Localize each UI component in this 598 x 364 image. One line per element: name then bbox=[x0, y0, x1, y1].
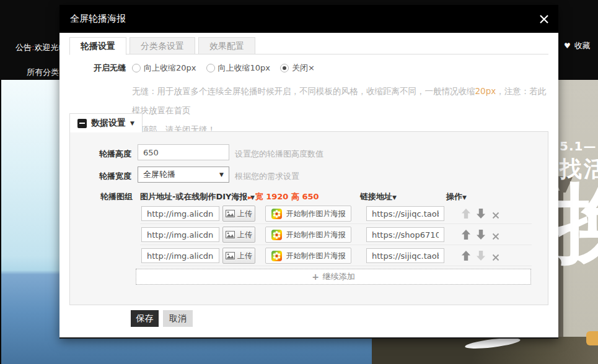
row-separator bbox=[140, 266, 532, 266]
image-url-input[interactable] bbox=[141, 248, 219, 263]
delete-row-icon[interactable] bbox=[492, 231, 499, 238]
move-down-icon[interactable] bbox=[477, 209, 485, 219]
carousel-height-hint: 设置您的轮播图高度数值 bbox=[235, 149, 323, 160]
image-url-input[interactable] bbox=[141, 227, 219, 242]
corner-widget-icon bbox=[586, 331, 598, 345]
make-poster-button[interactable]: 开始制作图片海报 bbox=[265, 227, 351, 243]
picture-icon bbox=[226, 210, 235, 217]
carousel-width-select[interactable]: 全屏轮播 ▼ bbox=[138, 167, 229, 183]
data-settings-panel: 轮播高度 设置您的轮播图高度数值 轮播宽度 全屏轮播 ▼ 根据您的需求设置 轮播… bbox=[69, 131, 548, 305]
column-link-url[interactable]: 链接地址▼ bbox=[360, 191, 397, 202]
picture-icon bbox=[226, 252, 235, 259]
move-up-icon[interactable] bbox=[462, 230, 470, 240]
dialog-title: 全屏轮播海报 bbox=[70, 5, 126, 33]
cancel-button[interactable]: 取消 bbox=[163, 310, 193, 327]
upload-button[interactable]: 上传 bbox=[222, 248, 255, 264]
collapse-minus-icon bbox=[77, 119, 87, 128]
caret-down-icon: ▼ bbox=[462, 194, 467, 201]
delete-row-icon[interactable] bbox=[492, 252, 499, 259]
make-poster-button[interactable]: 开始制作图片海报 bbox=[265, 248, 351, 264]
radio-icon bbox=[132, 64, 141, 72]
section-title: 数据设置 bbox=[91, 118, 126, 129]
column-image-url[interactable]: 图片地址-或在线制作DIY海报 ▼ bbox=[140, 191, 255, 202]
diy-poster-icon bbox=[271, 251, 282, 261]
seamless-label: 开启无缝 bbox=[94, 63, 126, 74]
window-left-edge bbox=[0, 80, 1, 364]
favorite-link[interactable]: ♥ 收藏 bbox=[564, 40, 591, 51]
carousel-image-row: 上传 开始制作图片海报 bbox=[70, 203, 548, 224]
move-down-icon[interactable] bbox=[477, 251, 485, 261]
heart-icon: ♥ bbox=[564, 42, 571, 50]
move-up-icon[interactable] bbox=[462, 251, 470, 261]
data-settings-section-header[interactable]: 数据设置 ▼ bbox=[69, 113, 143, 132]
select-value: 全屏轮播 bbox=[143, 169, 175, 180]
radio-shrink-10px[interactable]: 向上收缩10px bbox=[206, 63, 271, 74]
tab-carousel-settings[interactable]: 轮播设置 bbox=[69, 37, 126, 55]
help-line-1: 无缝：用于放置多个连续全屏轮播时候开启，不同模板的风格，收缩距离不同，一般情况收… bbox=[132, 82, 551, 120]
upload-button[interactable]: 上传 bbox=[222, 227, 255, 243]
link-url-input[interactable] bbox=[366, 227, 444, 242]
nav-all-categories[interactable]: 所有分类 bbox=[27, 67, 59, 78]
diy-poster-icon bbox=[271, 209, 282, 219]
radio-shrink-20px[interactable]: 向上收缩20px bbox=[132, 63, 196, 74]
link-url-input[interactable] bbox=[366, 206, 444, 221]
caret-down-icon: ▼ bbox=[219, 171, 224, 178]
close-icon[interactable] bbox=[539, 14, 550, 25]
caret-down-icon: ▼ bbox=[392, 194, 397, 201]
carousel-height-input[interactable] bbox=[138, 144, 229, 160]
carousel-image-row: 上传 开始制作图片海报 bbox=[70, 224, 548, 245]
seamless-setting-row: 开启无缝 向上收缩20px 向上收缩10px 关闭× bbox=[94, 63, 325, 74]
radio-seamless-off[interactable]: 关闭× bbox=[280, 63, 315, 74]
picture-icon bbox=[226, 231, 235, 238]
carousel-height-label: 轮播高度 bbox=[99, 149, 131, 160]
poster-date-text: 5.1— bbox=[560, 139, 596, 154]
poster-big-character: 换 bbox=[556, 180, 598, 266]
radio-checked-icon bbox=[280, 64, 289, 72]
carousel-width-hint: 根据您的需求设置 bbox=[235, 171, 299, 182]
move-up-icon[interactable] bbox=[462, 209, 470, 219]
favorite-label: 收藏 bbox=[574, 40, 591, 51]
carousel-group-label: 轮播图组 bbox=[100, 191, 133, 202]
radio-icon bbox=[206, 64, 215, 72]
make-poster-button[interactable]: 开始制作图片海报 bbox=[265, 206, 351, 222]
add-more-button[interactable]: + 继续添加 bbox=[136, 269, 531, 285]
dialog-titlebar: 全屏轮播海报 bbox=[59, 5, 558, 33]
dialog-tabs: 轮播设置 分类条设置 效果配置 bbox=[69, 37, 258, 55]
caret-down-icon: ▼ bbox=[130, 120, 134, 126]
recommended-size-hint: ►宽 1920 高 650 bbox=[248, 191, 319, 202]
diy-poster-icon bbox=[271, 230, 282, 240]
column-action[interactable]: 操作▼ bbox=[446, 191, 467, 202]
image-url-input[interactable] bbox=[141, 206, 219, 221]
tab-category-bar-settings[interactable]: 分类条设置 bbox=[130, 37, 195, 54]
tab-effect-config[interactable]: 效果配置 bbox=[198, 37, 255, 54]
save-button[interactable]: 保存 bbox=[131, 310, 159, 327]
delete-row-icon[interactable] bbox=[492, 210, 499, 217]
carousel-image-row: 上传 开始制作图片海报 bbox=[70, 245, 548, 266]
plus-icon: + bbox=[312, 272, 319, 282]
link-url-input[interactable] bbox=[366, 248, 444, 263]
right-pointer-icon: ► bbox=[248, 194, 253, 201]
upload-button[interactable]: 上传 bbox=[222, 206, 255, 222]
carousel-width-label: 轮播宽度 bbox=[99, 171, 131, 182]
carousel-poster-dialog: 全屏轮播海报 轮播设置 分类条设置 效果配置 开启无缝 向上收缩20px 向上收… bbox=[59, 5, 558, 339]
move-down-icon[interactable] bbox=[477, 230, 485, 240]
